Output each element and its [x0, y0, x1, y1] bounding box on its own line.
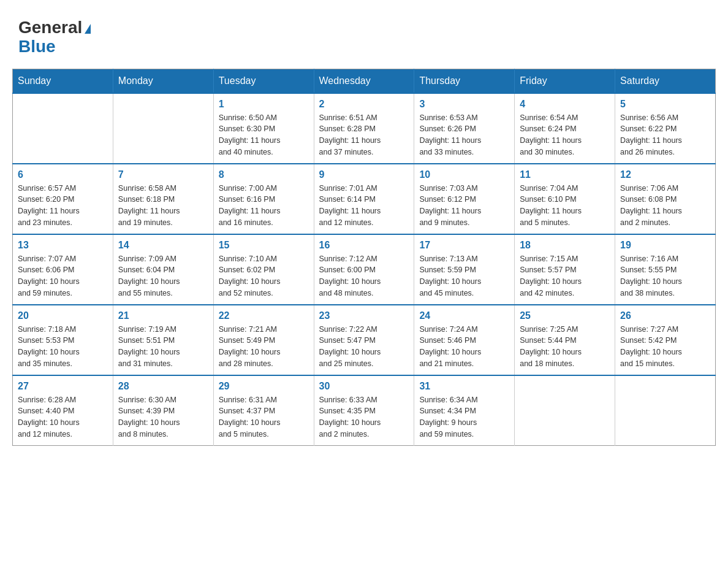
calendar-cell [13, 93, 113, 164]
calendar-table: SundayMondayTuesdayWednesdayThursdayFrid… [12, 69, 716, 446]
day-number: 29 [219, 381, 309, 392]
day-info: Sunrise: 7:25 AM Sunset: 5:44 PM Dayligh… [520, 324, 610, 370]
day-number: 6 [18, 169, 108, 180]
day-info: Sunrise: 6:30 AM Sunset: 4:39 PM Dayligh… [118, 394, 208, 440]
weekday-header-sunday: Sunday [13, 69, 113, 93]
day-info: Sunrise: 6:51 AM Sunset: 6:28 PM Dayligh… [319, 112, 409, 158]
logo-general-text: General [18, 18, 82, 37]
day-info: Sunrise: 6:28 AM Sunset: 4:40 PM Dayligh… [18, 394, 108, 440]
logo: General Blue [18, 18, 91, 56]
day-info: Sunrise: 7:13 AM Sunset: 5:59 PM Dayligh… [419, 253, 509, 299]
day-number: 10 [419, 169, 509, 180]
calendar-cell: 28Sunrise: 6:30 AM Sunset: 4:39 PM Dayli… [113, 375, 213, 446]
page-header: General Blue [12, 12, 716, 56]
calendar-cell: 21Sunrise: 7:19 AM Sunset: 5:51 PM Dayli… [113, 305, 213, 375]
calendar-cell: 19Sunrise: 7:16 AM Sunset: 5:55 PM Dayli… [615, 234, 716, 305]
day-number: 15 [219, 240, 309, 251]
day-number: 3 [419, 99, 509, 110]
day-number: 24 [419, 310, 509, 321]
calendar-cell: 11Sunrise: 7:04 AM Sunset: 6:10 PM Dayli… [515, 164, 615, 234]
day-info: Sunrise: 7:07 AM Sunset: 6:06 PM Dayligh… [18, 253, 108, 299]
calendar-cell: 5Sunrise: 6:56 AM Sunset: 6:22 PM Daylig… [615, 93, 716, 164]
day-number: 27 [18, 381, 108, 392]
calendar-cell: 9Sunrise: 7:01 AM Sunset: 6:14 PM Daylig… [314, 164, 414, 234]
calendar-cell: 31Sunrise: 6:34 AM Sunset: 4:34 PM Dayli… [414, 375, 515, 446]
day-number: 30 [319, 381, 409, 392]
calendar-body: 1Sunrise: 6:50 AM Sunset: 6:30 PM Daylig… [13, 93, 716, 446]
calendar-cell: 26Sunrise: 7:27 AM Sunset: 5:42 PM Dayli… [615, 305, 716, 375]
day-info: Sunrise: 7:15 AM Sunset: 5:57 PM Dayligh… [520, 253, 610, 299]
calendar-cell: 14Sunrise: 7:09 AM Sunset: 6:04 PM Dayli… [113, 234, 213, 305]
calendar-cell: 20Sunrise: 7:18 AM Sunset: 5:53 PM Dayli… [13, 305, 113, 375]
day-info: Sunrise: 6:57 AM Sunset: 6:20 PM Dayligh… [18, 183, 108, 229]
calendar-cell: 8Sunrise: 7:00 AM Sunset: 6:16 PM Daylig… [213, 164, 314, 234]
logo-blue-text: Blue [18, 37, 56, 56]
calendar-cell: 12Sunrise: 7:06 AM Sunset: 6:08 PM Dayli… [615, 164, 716, 234]
calendar-cell: 13Sunrise: 7:07 AM Sunset: 6:06 PM Dayli… [13, 234, 113, 305]
day-info: Sunrise: 6:50 AM Sunset: 6:30 PM Dayligh… [219, 112, 309, 158]
day-number: 13 [18, 240, 108, 251]
day-number: 8 [219, 169, 309, 180]
calendar-cell: 17Sunrise: 7:13 AM Sunset: 5:59 PM Dayli… [414, 234, 515, 305]
calendar-cell: 3Sunrise: 6:53 AM Sunset: 6:26 PM Daylig… [414, 93, 515, 164]
calendar-cell: 18Sunrise: 7:15 AM Sunset: 5:57 PM Dayli… [515, 234, 615, 305]
day-info: Sunrise: 6:56 AM Sunset: 6:22 PM Dayligh… [620, 112, 710, 158]
day-info: Sunrise: 7:16 AM Sunset: 5:55 PM Dayligh… [620, 253, 710, 299]
calendar-cell: 22Sunrise: 7:21 AM Sunset: 5:49 PM Dayli… [213, 305, 314, 375]
day-info: Sunrise: 7:04 AM Sunset: 6:10 PM Dayligh… [520, 183, 610, 229]
weekday-header-friday: Friday [515, 69, 615, 93]
day-info: Sunrise: 7:01 AM Sunset: 6:14 PM Dayligh… [319, 183, 409, 229]
day-info: Sunrise: 6:31 AM Sunset: 4:37 PM Dayligh… [219, 394, 309, 440]
day-info: Sunrise: 7:27 AM Sunset: 5:42 PM Dayligh… [620, 324, 710, 370]
calendar-week-2: 6Sunrise: 6:57 AM Sunset: 6:20 PM Daylig… [13, 164, 716, 234]
weekday-header-saturday: Saturday [615, 69, 716, 93]
day-info: Sunrise: 6:33 AM Sunset: 4:35 PM Dayligh… [319, 394, 409, 440]
day-number: 2 [319, 99, 409, 110]
day-info: Sunrise: 7:10 AM Sunset: 6:02 PM Dayligh… [219, 253, 309, 299]
day-number: 23 [319, 310, 409, 321]
day-info: Sunrise: 7:12 AM Sunset: 6:00 PM Dayligh… [319, 253, 409, 299]
calendar-week-1: 1Sunrise: 6:50 AM Sunset: 6:30 PM Daylig… [13, 93, 716, 164]
calendar-cell: 1Sunrise: 6:50 AM Sunset: 6:30 PM Daylig… [213, 93, 314, 164]
day-number: 17 [419, 240, 509, 251]
day-info: Sunrise: 7:18 AM Sunset: 5:53 PM Dayligh… [18, 324, 108, 370]
day-number: 26 [620, 310, 710, 321]
calendar-cell: 15Sunrise: 7:10 AM Sunset: 6:02 PM Dayli… [213, 234, 314, 305]
calendar-cell [515, 375, 615, 446]
calendar-cell: 25Sunrise: 7:25 AM Sunset: 5:44 PM Dayli… [515, 305, 615, 375]
calendar-cell: 2Sunrise: 6:51 AM Sunset: 6:28 PM Daylig… [314, 93, 414, 164]
day-number: 19 [620, 240, 710, 251]
day-number: 12 [620, 169, 710, 180]
day-info: Sunrise: 7:22 AM Sunset: 5:47 PM Dayligh… [319, 324, 409, 370]
weekday-header-wednesday: Wednesday [314, 69, 414, 93]
calendar-cell: 30Sunrise: 6:33 AM Sunset: 4:35 PM Dayli… [314, 375, 414, 446]
logo-blue-line: Blue [18, 37, 91, 56]
day-info: Sunrise: 7:03 AM Sunset: 6:12 PM Dayligh… [419, 183, 509, 229]
day-number: 28 [118, 381, 208, 392]
calendar-cell: 16Sunrise: 7:12 AM Sunset: 6:00 PM Dayli… [314, 234, 414, 305]
calendar-week-3: 13Sunrise: 7:07 AM Sunset: 6:06 PM Dayli… [13, 234, 716, 305]
day-info: Sunrise: 7:09 AM Sunset: 6:04 PM Dayligh… [118, 253, 208, 299]
day-info: Sunrise: 7:21 AM Sunset: 5:49 PM Dayligh… [219, 324, 309, 370]
calendar-cell: 24Sunrise: 7:24 AM Sunset: 5:46 PM Dayli… [414, 305, 515, 375]
calendar-week-5: 27Sunrise: 6:28 AM Sunset: 4:40 PM Dayli… [13, 375, 716, 446]
logo-triangle-icon [85, 24, 91, 34]
weekday-header-monday: Monday [113, 69, 213, 93]
weekday-header-tuesday: Tuesday [213, 69, 314, 93]
day-number: 31 [419, 381, 509, 392]
calendar-cell: 29Sunrise: 6:31 AM Sunset: 4:37 PM Dayli… [213, 375, 314, 446]
day-number: 25 [520, 310, 610, 321]
day-info: Sunrise: 7:00 AM Sunset: 6:16 PM Dayligh… [219, 183, 309, 229]
day-number: 22 [219, 310, 309, 321]
calendar-cell: 7Sunrise: 6:58 AM Sunset: 6:18 PM Daylig… [113, 164, 213, 234]
day-number: 11 [520, 169, 610, 180]
day-number: 14 [118, 240, 208, 251]
calendar-cell [113, 93, 213, 164]
day-number: 18 [520, 240, 610, 251]
calendar-week-4: 20Sunrise: 7:18 AM Sunset: 5:53 PM Dayli… [13, 305, 716, 375]
day-info: Sunrise: 6:58 AM Sunset: 6:18 PM Dayligh… [118, 183, 208, 229]
day-info: Sunrise: 6:53 AM Sunset: 6:26 PM Dayligh… [419, 112, 509, 158]
day-number: 5 [620, 99, 710, 110]
weekday-header-thursday: Thursday [414, 69, 515, 93]
day-info: Sunrise: 7:24 AM Sunset: 5:46 PM Dayligh… [419, 324, 509, 370]
